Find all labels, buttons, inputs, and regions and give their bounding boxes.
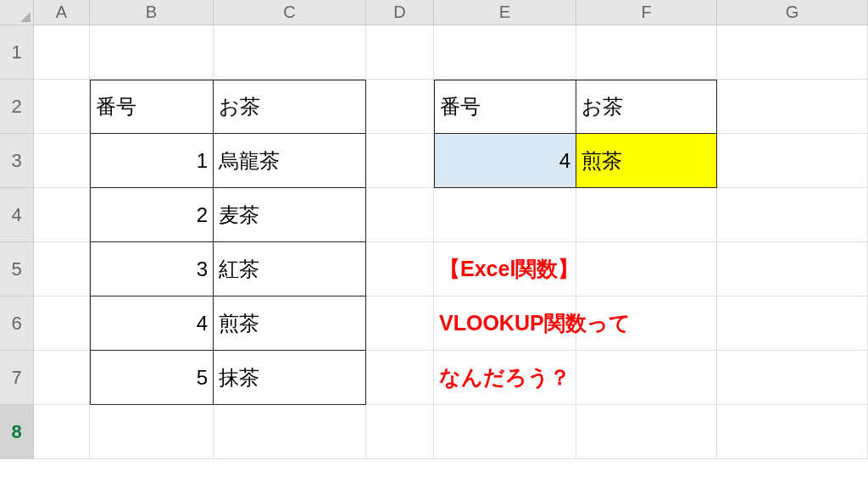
cell-C6[interactable]: 煎茶 (214, 296, 366, 351)
cell-A4[interactable] (34, 188, 90, 242)
cell-F7[interactable] (576, 351, 717, 405)
cell-B4[interactable]: 2 (90, 188, 214, 242)
cell-D5[interactable] (366, 242, 434, 296)
cell-C8[interactable] (214, 405, 366, 459)
cell-C1[interactable] (214, 25, 366, 80)
cell-D3[interactable] (366, 134, 434, 188)
cell-G6[interactable] (717, 296, 868, 351)
cell-D6[interactable] (366, 296, 434, 351)
cell-F4[interactable] (576, 188, 717, 242)
cell-D4[interactable] (366, 188, 434, 242)
annotation-line3: なんだろう？ (439, 363, 570, 391)
cell-G2[interactable] (717, 80, 868, 134)
row-header-3[interactable]: 3 (0, 134, 34, 188)
cell-C2[interactable]: お茶 (214, 80, 366, 134)
cell-B1[interactable] (90, 25, 214, 80)
cell-B6[interactable]: 4 (90, 296, 214, 351)
cell-D8[interactable] (366, 405, 434, 459)
cell-C3[interactable]: 烏龍茶 (214, 134, 366, 188)
row-header-8[interactable]: 8 (0, 405, 34, 459)
row-header-6[interactable]: 6 (0, 296, 34, 351)
cell-B2[interactable]: 番号 (90, 80, 214, 134)
cells-grid: 番号 お茶 番号 お茶 1 烏龍茶 4 煎茶 2 麦茶 (34, 25, 868, 459)
cell-D2[interactable] (366, 80, 434, 134)
cell-A7[interactable] (34, 351, 90, 405)
cell-D7[interactable] (366, 351, 434, 405)
cell-E4[interactable] (434, 188, 576, 242)
row-header-5[interactable]: 5 (0, 242, 34, 296)
select-all-corner[interactable] (0, 0, 34, 25)
cell-A3[interactable] (34, 134, 90, 188)
col-header-B[interactable]: B (90, 0, 214, 25)
column-headers-row: A B C D E F G (0, 0, 868, 25)
row-header-4[interactable]: 4 (0, 188, 34, 242)
cell-E3[interactable]: 4 (434, 134, 576, 188)
cell-G8[interactable] (717, 405, 868, 459)
cell-G7[interactable] (717, 351, 868, 405)
cell-B5[interactable]: 3 (90, 242, 214, 296)
row-header-1[interactable]: 1 (0, 25, 34, 80)
cell-C5[interactable]: 紅茶 (214, 242, 366, 296)
cell-E8[interactable] (434, 405, 576, 459)
spreadsheet: A B C D E F G 1 2 3 4 5 6 7 8 番号 (0, 0, 868, 482)
cell-A2[interactable] (34, 80, 90, 134)
cell-D1[interactable] (366, 25, 434, 80)
cell-E6[interactable]: VLOOKUP関数って (434, 296, 576, 351)
col-header-G[interactable]: G (717, 0, 868, 25)
col-header-D[interactable]: D (366, 0, 434, 25)
annotation-line1: 【Excel関数】 (439, 255, 579, 283)
cell-F5[interactable] (576, 242, 717, 296)
cell-B7[interactable]: 5 (90, 351, 214, 405)
cell-G5[interactable] (717, 242, 868, 296)
cell-E1[interactable] (434, 25, 576, 80)
cell-A1[interactable] (34, 25, 90, 80)
col-header-A[interactable]: A (34, 0, 90, 25)
cell-E2[interactable]: 番号 (434, 80, 576, 134)
cell-C7[interactable]: 抹茶 (214, 351, 366, 405)
cell-E5[interactable]: 【Excel関数】 (434, 242, 576, 296)
cell-F2[interactable]: お茶 (576, 80, 717, 134)
row-header-7[interactable]: 7 (0, 351, 34, 405)
cell-A5[interactable] (34, 242, 90, 296)
annotation-line2: VLOOKUP関数って (439, 309, 631, 337)
cell-A8[interactable] (34, 405, 90, 459)
row-headers-col: 1 2 3 4 5 6 7 8 (0, 25, 34, 459)
cell-B3[interactable]: 1 (90, 134, 214, 188)
cell-G1[interactable] (717, 25, 868, 80)
cell-F1[interactable] (576, 25, 717, 80)
col-header-E[interactable]: E (434, 0, 576, 25)
cell-F3[interactable]: 煎茶 (576, 134, 717, 188)
cell-G3[interactable] (717, 134, 868, 188)
row-header-2[interactable]: 2 (0, 80, 34, 134)
cell-A6[interactable] (34, 296, 90, 351)
cell-F8[interactable] (576, 405, 717, 459)
cell-G4[interactable] (717, 188, 868, 242)
cell-B8[interactable] (90, 405, 214, 459)
cell-E7[interactable]: なんだろう？ (434, 351, 576, 405)
cell-C4[interactable]: 麦茶 (214, 188, 366, 242)
col-header-F[interactable]: F (576, 0, 717, 25)
col-header-C[interactable]: C (214, 0, 366, 25)
